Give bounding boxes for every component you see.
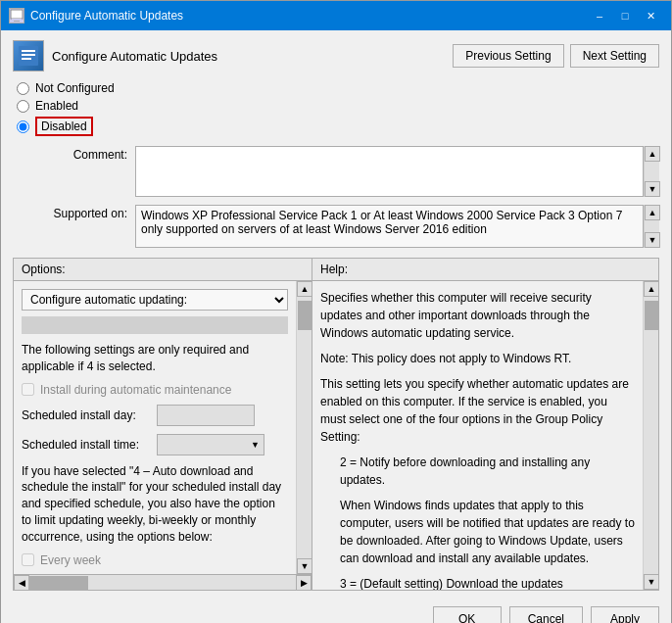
options-scroll-left[interactable]: ◀ xyxy=(14,575,29,591)
ok-button[interactable]: OK xyxy=(433,606,502,623)
configure-automatic-updates-window: Configure Automatic Updates – □ ✕ Config xyxy=(0,0,672,623)
enabled-row: Enabled xyxy=(17,99,659,113)
options-description: The following settings are only required… xyxy=(22,342,288,375)
supported-scroll-down[interactable]: ▼ xyxy=(645,232,660,248)
help-scroll-up[interactable]: ▲ xyxy=(644,281,658,297)
maintenance-label: Install during automatic maintenance xyxy=(40,383,231,397)
options-scroll-down[interactable]: ▼ xyxy=(297,558,312,574)
policy-icon xyxy=(13,40,44,72)
title-bar: Configure Automatic Updates – □ ✕ xyxy=(1,1,671,30)
options-gray-bar xyxy=(22,316,288,334)
comment-scroll-down[interactable]: ▼ xyxy=(645,181,660,197)
comment-scroll-up[interactable]: ▲ xyxy=(645,146,660,162)
enabled-label: Enabled xyxy=(35,99,78,113)
svg-rect-4 xyxy=(22,50,35,52)
supported-row: Supported on: Windows XP Professional Se… xyxy=(13,205,659,248)
radio-section: Not Configured Enabled Disabled xyxy=(13,81,659,136)
panels-row: Options: Configure automatic updating: T… xyxy=(13,258,659,591)
footer-buttons: OK Cancel Apply xyxy=(13,600,659,623)
options-bottom-scrollbar: ◀ ▶ xyxy=(14,574,312,590)
apply-button[interactable]: Apply xyxy=(591,606,659,623)
every-week-label: Every week xyxy=(40,553,101,567)
svg-rect-6 xyxy=(22,58,31,60)
install-day-input xyxy=(157,405,255,426)
svg-rect-1 xyxy=(12,19,22,21)
options-scroll-up[interactable]: ▲ xyxy=(297,281,312,297)
window-title: Configure Automatic Updates xyxy=(30,9,183,23)
svg-rect-5 xyxy=(22,54,35,56)
install-time-row: Scheduled install time: ▼ xyxy=(22,434,288,455)
comment-textarea[interactable] xyxy=(135,146,644,197)
supported-text: Windows XP Professional Service Pack 1 o… xyxy=(135,205,644,248)
svg-rect-0 xyxy=(11,10,23,19)
help-scroll-thumb xyxy=(645,301,658,330)
help-scroll-track xyxy=(644,297,658,574)
options-inner: Configure automatic updating: The follow… xyxy=(14,281,296,574)
install-time-select[interactable]: ▼ xyxy=(157,434,264,455)
previous-setting-button[interactable]: Previous Setting xyxy=(453,44,563,68)
content-area: Configure Automatic Updates Previous Set… xyxy=(1,30,671,623)
comment-scrollbar: ▲ ▼ xyxy=(644,146,659,197)
title-bar-left: Configure Automatic Updates xyxy=(9,8,183,24)
options-scroll-thumb-h xyxy=(29,576,88,590)
configure-updating-select[interactable]: Configure automatic updating: xyxy=(22,289,288,311)
comment-scroll-track xyxy=(645,162,659,181)
supported-scroll-track xyxy=(645,220,659,232)
options-scroll-track xyxy=(297,297,312,558)
maintenance-checkbox-row: Install during automatic maintenance xyxy=(22,383,288,397)
help-p6: 3 = (Default setting) Download the updat… xyxy=(340,575,635,590)
header-row: Configure Automatic Updates Previous Set… xyxy=(13,40,659,72)
options-scroll-track-h xyxy=(29,575,296,590)
options-panel: Options: Configure automatic updating: T… xyxy=(14,259,312,590)
enabled-radio[interactable] xyxy=(17,100,29,113)
options-panel-content: Configure automatic updating: The follow… xyxy=(14,281,312,574)
maximize-button[interactable]: □ xyxy=(612,6,638,25)
help-p3: This setting lets you specify whether au… xyxy=(320,375,635,446)
not-configured-label: Not Configured xyxy=(35,81,115,95)
window-icon xyxy=(9,8,24,24)
minimize-button[interactable]: – xyxy=(587,6,612,25)
if-text: If you have selected "4 – Auto download … xyxy=(22,463,288,546)
svg-rect-2 xyxy=(14,21,20,22)
options-scroll-right[interactable]: ▶ xyxy=(296,575,312,591)
install-day-label: Scheduled install day: xyxy=(22,408,149,422)
supported-scrollbar: ▲ ▼ xyxy=(644,205,659,248)
every-week-row: Every week xyxy=(22,553,288,567)
help-scroll-down[interactable]: ▼ xyxy=(644,574,658,590)
help-header: Help: xyxy=(312,259,658,281)
help-p2: Note: This policy does not apply to Wind… xyxy=(320,350,635,367)
comment-label: Comment: xyxy=(13,146,135,197)
dialog-title: Configure Automatic Updates xyxy=(52,49,217,64)
help-scrollbar: ▲ ▼ xyxy=(643,281,658,590)
cancel-button[interactable]: Cancel xyxy=(509,606,583,623)
header-buttons: Previous Setting Next Setting xyxy=(453,44,659,68)
options-scroll-thumb xyxy=(298,301,312,330)
not-configured-row: Not Configured xyxy=(17,81,659,95)
help-panel: Help: Specifies whether this computer wi… xyxy=(312,259,658,590)
disabled-label: Disabled xyxy=(35,117,93,136)
disabled-radio[interactable] xyxy=(17,120,29,133)
title-buttons: – □ ✕ xyxy=(587,6,663,25)
maintenance-checkbox[interactable] xyxy=(22,383,34,396)
supported-label: Supported on: xyxy=(13,205,135,248)
not-configured-radio[interactable] xyxy=(17,82,29,95)
help-p5: When Windows finds updates that apply to… xyxy=(340,497,635,567)
header-left: Configure Automatic Updates xyxy=(13,40,217,72)
help-panel-content: Specifies whether this computer will rec… xyxy=(312,281,658,590)
comment-row: Comment: ▲ ▼ xyxy=(13,146,659,197)
options-header: Options: xyxy=(14,259,312,281)
close-button[interactable]: ✕ xyxy=(638,6,663,25)
next-setting-button[interactable]: Next Setting xyxy=(570,44,659,68)
every-week-checkbox[interactable] xyxy=(22,553,34,566)
disabled-row: Disabled xyxy=(17,117,659,136)
install-time-label: Scheduled install time: xyxy=(22,438,149,452)
help-inner: Specifies whether this computer will rec… xyxy=(312,281,643,590)
install-day-row: Scheduled install day: xyxy=(22,405,288,426)
help-p4: 2 = Notify before downloading and instal… xyxy=(340,454,635,489)
options-scrollbar: ▲ ▼ xyxy=(296,281,312,574)
supported-scroll-up[interactable]: ▲ xyxy=(645,205,660,220)
help-p1: Specifies whether this computer will rec… xyxy=(320,289,635,342)
time-dropdown-arrow: ▼ xyxy=(251,440,260,450)
